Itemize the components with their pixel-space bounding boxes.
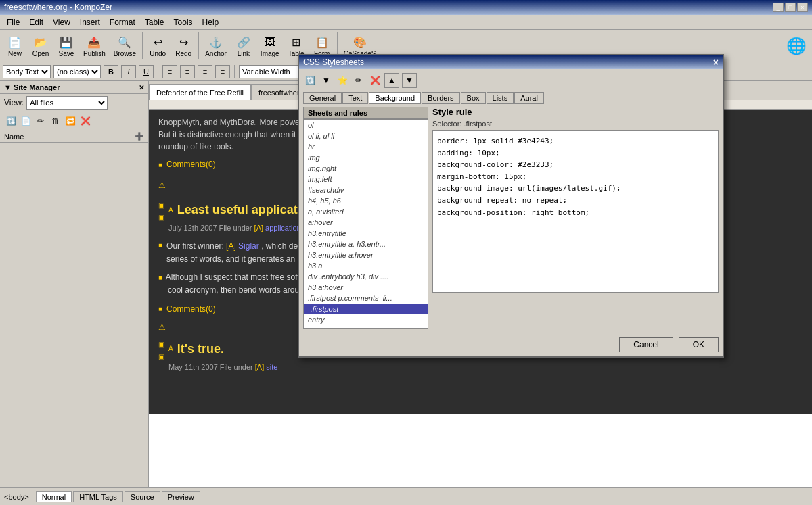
sheets-listbox[interactable]: ol ol li, ul li hr img img.right img.lef… bbox=[303, 119, 428, 329]
css-dialog-body: 🔃 ▼ ⭐ ✏ ❌ ▲ ▼ General Text Background Bo… bbox=[299, 69, 723, 333]
selected-list-item[interactable]: -.firstpost bbox=[304, 304, 428, 314]
css-tb-dropdown[interactable]: ▼ bbox=[319, 74, 333, 87]
style-prop-2: background-color: #2e3233; bbox=[437, 159, 714, 171]
css-tab-background[interactable]: Background bbox=[369, 92, 421, 104]
style-prop-4: background-image: url(images/latest.gif)… bbox=[437, 183, 714, 195]
css-tb-refresh[interactable]: 🔃 bbox=[303, 74, 317, 87]
list-item[interactable]: h3 a bbox=[304, 260, 428, 271]
css-tb-edit[interactable]: ✏ bbox=[352, 74, 365, 87]
list-item[interactable]: #searchdiv bbox=[304, 185, 428, 195]
css-dialog-title-bar: CSS Stylesheets × bbox=[299, 55, 723, 69]
list-item[interactable]: .firstpost p.comments_li... bbox=[304, 293, 428, 304]
style-prop-0: border: 1px solid #3e4243; bbox=[437, 135, 714, 147]
css-tab-text[interactable]: Text bbox=[342, 92, 368, 104]
list-item[interactable]: ol li, ul li bbox=[304, 130, 428, 141]
css-tb-down[interactable]: ▼ bbox=[402, 73, 417, 88]
list-item[interactable]: entry bbox=[304, 314, 428, 325]
ok-button[interactable]: OK bbox=[679, 337, 719, 352]
css-dialog-buttons: Cancel OK bbox=[299, 333, 723, 356]
list-item[interactable]: hr bbox=[304, 141, 428, 152]
list-item[interactable]: div .entrybody h3, div .... bbox=[304, 271, 428, 282]
css-dialog: CSS Stylesheets × 🔃 ▼ ⭐ ✏ ❌ ▲ ▼ General … bbox=[298, 54, 724, 358]
list-item[interactable]: h4, h5, h6 bbox=[304, 195, 428, 206]
css-dialog-title: CSS Stylesheets bbox=[303, 57, 364, 67]
style-rule-panel: Style rule Selector: .firstpost border: … bbox=[432, 107, 719, 329]
style-prop-5: background-repeat: no-repeat; bbox=[437, 195, 714, 207]
style-rule-selector: Selector: .firstpost bbox=[432, 120, 719, 128]
css-tab-box[interactable]: Box bbox=[461, 92, 486, 104]
list-item[interactable]: h3.entrytitle a:hover bbox=[304, 249, 428, 260]
list-item[interactable]: img.left bbox=[304, 174, 428, 185]
css-tab-borders[interactable]: Borders bbox=[422, 92, 460, 104]
list-item[interactable]: img bbox=[304, 152, 428, 163]
css-tb-delete[interactable]: ❌ bbox=[368, 74, 382, 87]
list-item[interactable]: h3.entrytitle a, h3.entr... bbox=[304, 239, 428, 249]
css-dialog-close[interactable]: × bbox=[713, 57, 719, 68]
css-tb-up[interactable]: ▲ bbox=[384, 73, 399, 88]
sheets-panel: Sheets and rules ol ol li, ul li hr img … bbox=[303, 107, 719, 329]
css-tab-lists[interactable]: Lists bbox=[487, 92, 514, 104]
style-prop-3: margin-bottom: 15px; bbox=[437, 171, 714, 183]
list-item[interactable]: ol bbox=[304, 120, 428, 130]
list-item[interactable]: a, a:visited bbox=[304, 206, 428, 217]
cancel-button[interactable]: Cancel bbox=[619, 337, 673, 352]
style-rule-content: border: 1px solid #3e4243; padding: 10px… bbox=[432, 130, 719, 293]
css-tabs: General Text Background Borders Box List… bbox=[303, 92, 719, 104]
list-item[interactable]: h3.entrytitle bbox=[304, 228, 428, 239]
sheets-header: Sheets and rules bbox=[303, 107, 428, 119]
style-rule-title: Style rule bbox=[432, 107, 719, 117]
style-prop-1: padding: 10px; bbox=[437, 147, 714, 160]
list-item[interactable]: a:hover bbox=[304, 217, 428, 228]
css-tab-general[interactable]: General bbox=[303, 92, 342, 104]
style-prop-6: background-position: right bottom; bbox=[437, 207, 714, 219]
css-tab-aural[interactable]: Aural bbox=[514, 92, 544, 104]
dialog-overlay: CSS Stylesheets × 🔃 ▼ ⭐ ✏ ❌ ▲ ▼ General … bbox=[0, 0, 812, 505]
list-item[interactable]: h3 a:hover bbox=[304, 282, 428, 293]
css-dialog-toolbar: 🔃 ▼ ⭐ ✏ ❌ ▲ ▼ bbox=[303, 73, 719, 88]
css-tb-star[interactable]: ⭐ bbox=[336, 74, 349, 87]
list-item[interactable]: img.right bbox=[304, 163, 428, 174]
sheets-list-panel: Sheets and rules ol ol li, ul li hr img … bbox=[303, 107, 428, 329]
